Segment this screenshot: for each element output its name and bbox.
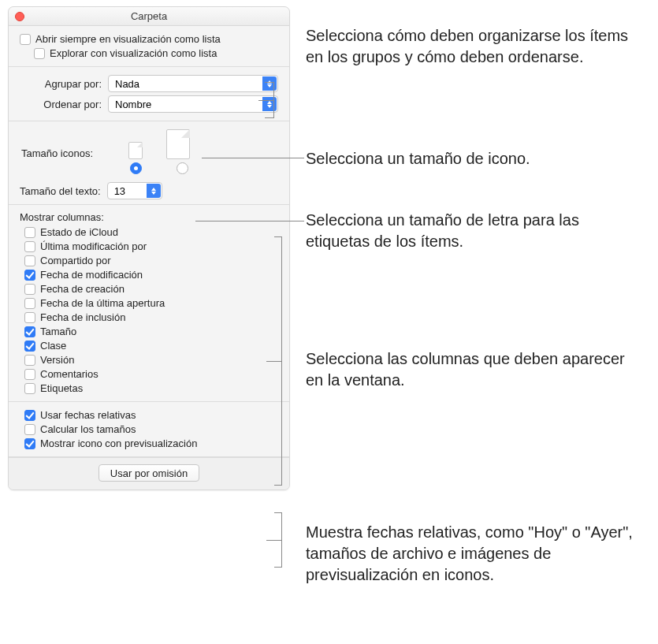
label-browse-list: Explorar con visualización como lista bbox=[50, 47, 217, 59]
column-checkbox[interactable] bbox=[24, 298, 35, 309]
column-checkbox[interactable] bbox=[24, 270, 35, 281]
column-label: Compartido por bbox=[40, 255, 111, 266]
column-label: Fecha de creación bbox=[40, 283, 125, 295]
row-sort-by: Ordenar por: Nombre bbox=[20, 95, 278, 113]
bottom-option-checkbox[interactable] bbox=[24, 424, 35, 435]
radio-icon-size-large[interactable] bbox=[177, 162, 188, 174]
column-label: Última modificación por bbox=[40, 240, 147, 252]
column-checkbox[interactable] bbox=[24, 369, 35, 380]
column-row: Clase bbox=[20, 340, 278, 352]
column-row: Fecha de la última apertura bbox=[20, 297, 278, 309]
bottom-option-label: Calcular los tamaños bbox=[40, 423, 136, 435]
label-text-size: Tamaño del texto: bbox=[20, 185, 101, 197]
lead-icon-size bbox=[202, 158, 304, 158]
callout-grouping: Selecciona cómo deben organizarse los ít… bbox=[306, 25, 645, 68]
bottom-option-label: Usar fechas relativas bbox=[40, 409, 136, 421]
column-label: Etiquetas bbox=[40, 382, 83, 394]
footer: Usar por omisión bbox=[9, 457, 289, 490]
column-row: Última modificación por bbox=[20, 240, 278, 252]
bottom-option-row: Usar fechas relativas bbox=[20, 409, 278, 421]
select-sort-by-value: Nombre bbox=[115, 99, 151, 110]
column-label: Fecha de modificación bbox=[40, 269, 143, 281]
column-row: Tamaño bbox=[20, 326, 278, 337]
column-checkbox[interactable] bbox=[24, 284, 35, 295]
section-grouping: Agrupar por: Nada Ordenar por: Nombre bbox=[9, 67, 289, 121]
select-group-by-value: Nada bbox=[115, 78, 139, 90]
bracket-grouping bbox=[265, 82, 274, 118]
column-label: Fecha de inclusión bbox=[40, 311, 125, 323]
icon-size-block: Tamaño iconos: bbox=[20, 126, 278, 176]
column-checkbox[interactable] bbox=[24, 326, 35, 337]
callout-columns: Selecciona las columnas que deben aparec… bbox=[306, 348, 645, 391]
column-checkbox[interactable] bbox=[24, 355, 35, 366]
row-always-open-list: Abrir siempre en visualización como list… bbox=[20, 33, 278, 45]
column-row: Etiquetas bbox=[20, 382, 278, 394]
column-checkbox[interactable] bbox=[24, 341, 35, 352]
use-defaults-label: Usar por omisión bbox=[110, 467, 188, 479]
bracket-columns bbox=[274, 236, 282, 486]
label-always-open-list: Abrir siempre en visualización como list… bbox=[35, 33, 221, 45]
label-sort-by: Ordenar por: bbox=[20, 99, 108, 110]
row-browse-list: Explorar con visualización como lista bbox=[20, 47, 278, 59]
close-button[interactable] bbox=[15, 12, 24, 21]
titlebar: Carpeta bbox=[9, 7, 289, 26]
column-label: Comentarios bbox=[40, 368, 99, 380]
column-row: Fecha de inclusión bbox=[20, 311, 278, 323]
column-checkbox[interactable] bbox=[24, 383, 35, 394]
select-text-size[interactable]: 13 bbox=[107, 182, 162, 199]
column-checkbox[interactable] bbox=[24, 255, 35, 266]
select-group-by[interactable]: Nada bbox=[108, 75, 278, 92]
icon-samples bbox=[128, 129, 190, 159]
checkbox-browse-list bbox=[34, 48, 45, 59]
row-group-by: Agrupar por: Nada bbox=[20, 75, 278, 92]
bottom-option-label: Mostrar icono con previsualización bbox=[40, 437, 197, 449]
column-checkbox[interactable] bbox=[24, 241, 35, 252]
lead-text-size bbox=[195, 221, 304, 221]
use-defaults-button[interactable]: Usar por omisión bbox=[99, 464, 199, 482]
select-sort-by[interactable]: Nombre bbox=[108, 95, 278, 113]
column-label: Estado de iCloud bbox=[40, 226, 118, 238]
column-checkbox[interactable] bbox=[24, 227, 35, 238]
column-label: Fecha de la última apertura bbox=[40, 297, 165, 309]
window-title: Carpeta bbox=[131, 10, 167, 22]
bottom-option-row: Calcular los tamaños bbox=[20, 423, 278, 435]
column-row: Estado de iCloud bbox=[20, 226, 278, 238]
column-checkbox[interactable] bbox=[24, 312, 35, 323]
column-row: Fecha de modificación bbox=[20, 269, 278, 281]
label-icon-size: Tamaño iconos: bbox=[20, 147, 128, 159]
checkbox-always-open-list[interactable] bbox=[20, 34, 31, 45]
row-text-size: Tamaño del texto: 13 bbox=[20, 182, 278, 199]
column-label: Tamaño bbox=[40, 326, 76, 337]
document-icon-small bbox=[128, 142, 143, 159]
bracket-bottom bbox=[274, 512, 282, 568]
callout-bottom: Muestra fechas relativas, como "Hoy" o "… bbox=[306, 522, 645, 586]
column-row: Comentarios bbox=[20, 368, 278, 380]
column-row: Fecha de creación bbox=[20, 283, 278, 295]
bottom-option-checkbox[interactable] bbox=[24, 438, 35, 449]
column-row: Versión bbox=[20, 354, 278, 366]
select-text-size-value: 13 bbox=[114, 185, 125, 197]
updown-icon bbox=[147, 184, 161, 198]
section-icon-text-size: Tamaño iconos: Tamaño del texto: 13 bbox=[9, 121, 289, 205]
view-options-panel: Carpeta Abrir siempre en visualización c… bbox=[8, 6, 290, 490]
section-bottom-options: Usar fechas relativasCalcular los tamaño… bbox=[9, 402, 289, 457]
callout-icon-size: Selecciona un tamaño de icono. bbox=[306, 148, 637, 169]
section-columns: Mostrar columnas: Estado de iCloudÚltima… bbox=[9, 205, 289, 402]
column-label: Clase bbox=[40, 340, 66, 352]
column-label: Versión bbox=[40, 354, 74, 366]
section-top-options: Abrir siempre en visualización como list… bbox=[9, 26, 289, 67]
bottom-option-row: Mostrar icono con previsualización bbox=[20, 437, 278, 449]
radio-icon-size-small[interactable] bbox=[130, 162, 142, 174]
callouts: Selecciona cómo deben organizarse los ít… bbox=[290, 0, 652, 644]
bottom-option-checkbox[interactable] bbox=[24, 410, 35, 421]
document-icon-large bbox=[166, 129, 190, 159]
callout-text-size: Selecciona un tamaño de letra para las e… bbox=[306, 210, 645, 252]
label-group-by: Agrupar por: bbox=[20, 78, 108, 90]
column-row: Compartido por bbox=[20, 255, 278, 266]
